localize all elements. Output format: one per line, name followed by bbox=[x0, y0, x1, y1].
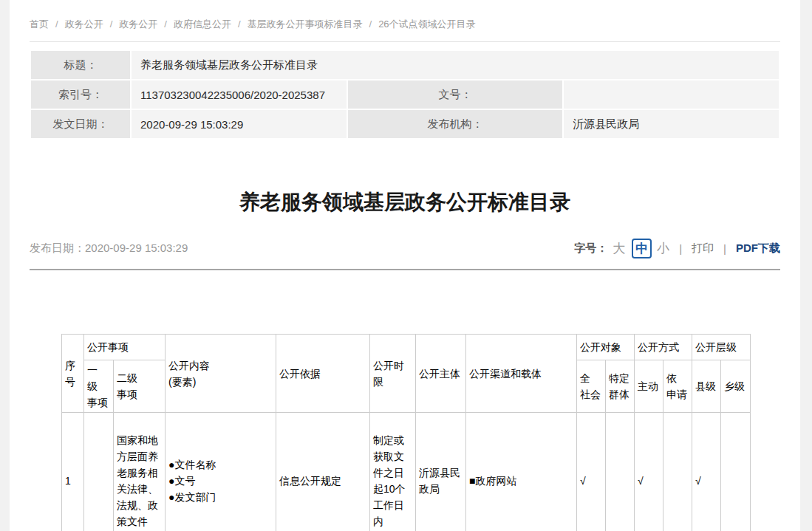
col-header-content: 公开内容 (要素) bbox=[166, 335, 276, 413]
breadcrumb-zhengwu-1[interactable]: 政务公开 bbox=[65, 18, 103, 30]
col-header-level2-line: 二级 bbox=[117, 370, 162, 386]
col-header-method: 公开方式 bbox=[635, 335, 692, 360]
cell-channel: ■政府网站 bbox=[466, 413, 577, 531]
cell-content-line: ●文号 bbox=[168, 473, 273, 489]
col-header-content-line: 公开内容 bbox=[168, 357, 273, 374]
col-header-level: 公开层级 bbox=[692, 335, 751, 360]
print-button[interactable]: 打印 bbox=[692, 241, 714, 256]
col-header-on-request: 依 申请 bbox=[663, 360, 692, 413]
article-tools: 字号： 大 中 小 | 打印 | PDF下载 bbox=[574, 239, 780, 258]
cell-whole-society-check: √ bbox=[577, 413, 606, 531]
col-header-basis: 公开依据 bbox=[276, 335, 370, 413]
cell-level2-item: 国家和地方层面养老服务相关法律、法规、政策文件 bbox=[114, 413, 166, 531]
col-header-channel: 公开渠道和载体 bbox=[466, 335, 577, 413]
col-header-level1-line: 级 bbox=[87, 378, 110, 394]
col-header-whole-society: 全 社会 bbox=[577, 360, 606, 413]
disclosure-catalog-table: 序号 公开事项 公开内容 (要素) 公开依据 公开时 限 公开主体 公开渠道和载… bbox=[61, 334, 751, 531]
col-header-level1-item: 一 级 事项 bbox=[84, 360, 114, 413]
breadcrumb-pilot-catalog[interactable]: 26个试点领域公开目录 bbox=[378, 18, 475, 30]
article-meta-row: 发布日期：2020-09-29 15:03:29 字号： 大 中 小 | 打印 … bbox=[30, 239, 780, 270]
col-header-audience: 公开对象 bbox=[577, 335, 635, 360]
page-title: 养老服务领域基层政务公开标准目录 bbox=[30, 188, 780, 216]
breadcrumb-standard-catalog[interactable]: 基层政务公开事项标准目录 bbox=[248, 18, 363, 30]
info-row-index: 索引号： 113703230042235006/2020-2025387 文号： bbox=[31, 80, 779, 109]
cell-time-limit: 制定或获取文件之日起10个工作日内 bbox=[370, 413, 416, 531]
breadcrumb-separator: / bbox=[110, 18, 113, 30]
cell-proactive-check: √ bbox=[635, 413, 663, 531]
doc-number-label: 文号： bbox=[348, 80, 563, 109]
breadcrumb-zhengwu-2[interactable]: 政务公开 bbox=[119, 18, 157, 30]
issue-date-value: 2020-09-29 15:03:29 bbox=[132, 110, 347, 138]
page-card: 首页/政务公开/政务公开/政府信息公开/基层政务公开事项标准目录/26个试点领域… bbox=[10, 0, 800, 531]
title-label: 标题： bbox=[31, 51, 130, 79]
col-header-time-limit-line: 公开时 bbox=[373, 357, 412, 374]
breadcrumb-gov-info[interactable]: 政府信息公开 bbox=[174, 18, 231, 30]
breadcrumb-separator: / bbox=[238, 18, 241, 30]
fontsize-medium-button[interactable]: 中 bbox=[632, 239, 652, 258]
col-header-disclosure-items: 公开事项 bbox=[84, 335, 166, 360]
cell-content: ●文件名称 ●文号 ●发文部门 bbox=[166, 413, 276, 531]
agency-label: 发布机构： bbox=[348, 110, 563, 138]
col-header-time-limit: 公开时 限 bbox=[370, 335, 416, 413]
fontsize-large-button[interactable]: 大 bbox=[613, 240, 625, 257]
col-header-level1-line: 一 bbox=[87, 362, 110, 378]
publish-date-label: 发布日期： bbox=[30, 241, 85, 254]
info-row-date: 发文日期： 2020-09-29 15:03:29 发布机构： 沂源县民政局 bbox=[31, 110, 779, 138]
publish-date: 发布日期：2020-09-29 15:03:29 bbox=[30, 241, 188, 256]
cell-basis: 信息公开规定 bbox=[276, 413, 370, 531]
cell-subject: 沂源县民政局 bbox=[416, 413, 466, 531]
col-header-on-request-line: 申请 bbox=[666, 386, 689, 402]
col-header-subject: 公开主体 bbox=[416, 335, 466, 413]
tools-divider: | bbox=[679, 242, 682, 255]
title-value: 养老服务领域基层政务公开标准目录 bbox=[132, 51, 779, 79]
catalog-header-row-1: 序号 公开事项 公开内容 (要素) 公开依据 公开时 限 公开主体 公开渠道和载… bbox=[62, 335, 751, 360]
agency-value: 沂源县民政局 bbox=[564, 110, 779, 138]
col-header-serial: 序号 bbox=[62, 335, 84, 413]
table-row: 1 国家和地方层面养老服务相关法律、法规、政策文件 ●文件名称 ●文号 ●发文部… bbox=[62, 413, 751, 531]
cell-level1-item bbox=[84, 413, 114, 531]
col-header-time-limit-line: 限 bbox=[373, 374, 412, 390]
pdf-download-button[interactable]: PDF下载 bbox=[736, 241, 780, 256]
fontsize-small-button[interactable]: 小 bbox=[657, 240, 669, 257]
col-header-content-line: (要素) bbox=[168, 374, 273, 390]
col-header-proactive: 主动 bbox=[635, 360, 663, 413]
document-info-table: 标题： 养老服务领域基层政务公开标准目录 索引号： 11370323004223… bbox=[30, 49, 780, 140]
issue-date-label: 发文日期： bbox=[31, 110, 130, 138]
col-header-level2-line: 事项 bbox=[117, 386, 162, 402]
doc-number-value bbox=[564, 80, 779, 109]
index-number-value: 113703230042235006/2020-2025387 bbox=[132, 80, 347, 109]
breadcrumb-separator: / bbox=[369, 18, 372, 30]
breadcrumb-separator: / bbox=[164, 18, 167, 30]
index-number-label: 索引号： bbox=[31, 80, 130, 109]
col-header-specific-group: 特定 群体 bbox=[606, 360, 635, 413]
cell-content-line: ●文件名称 bbox=[168, 456, 273, 473]
col-header-whole-society-line: 社会 bbox=[580, 386, 602, 402]
fontsize-label: 字号： bbox=[574, 241, 607, 256]
col-header-county-level: 县级 bbox=[692, 360, 721, 413]
col-header-township-level: 乡级 bbox=[721, 360, 751, 413]
cell-specific-group-check bbox=[606, 413, 635, 531]
cell-serial: 1 bbox=[62, 413, 84, 531]
breadcrumb: 首页/政务公开/政务公开/政府信息公开/基层政务公开事项标准目录/26个试点领域… bbox=[30, 0, 780, 42]
cell-township-level-check bbox=[721, 413, 751, 531]
tools-divider: | bbox=[723, 242, 726, 255]
col-header-level1-line: 事项 bbox=[87, 394, 110, 411]
col-header-specific-group-line: 群体 bbox=[609, 386, 631, 402]
col-header-specific-group-line: 特定 bbox=[609, 370, 631, 386]
cell-content-line: ●发文部门 bbox=[168, 489, 273, 505]
col-header-level2-item: 二级 事项 bbox=[114, 360, 166, 413]
info-row-title: 标题： 养老服务领域基层政务公开标准目录 bbox=[31, 51, 779, 79]
publish-date-value: 2020-09-29 15:03:29 bbox=[85, 241, 188, 254]
breadcrumb-separator: / bbox=[55, 18, 58, 30]
col-header-on-request-line: 依 bbox=[666, 370, 689, 386]
breadcrumb-home[interactable]: 首页 bbox=[30, 18, 49, 30]
col-header-whole-society-line: 全 bbox=[580, 370, 602, 386]
cell-on-request-check bbox=[663, 413, 692, 531]
cell-county-level-check: √ bbox=[692, 413, 721, 531]
